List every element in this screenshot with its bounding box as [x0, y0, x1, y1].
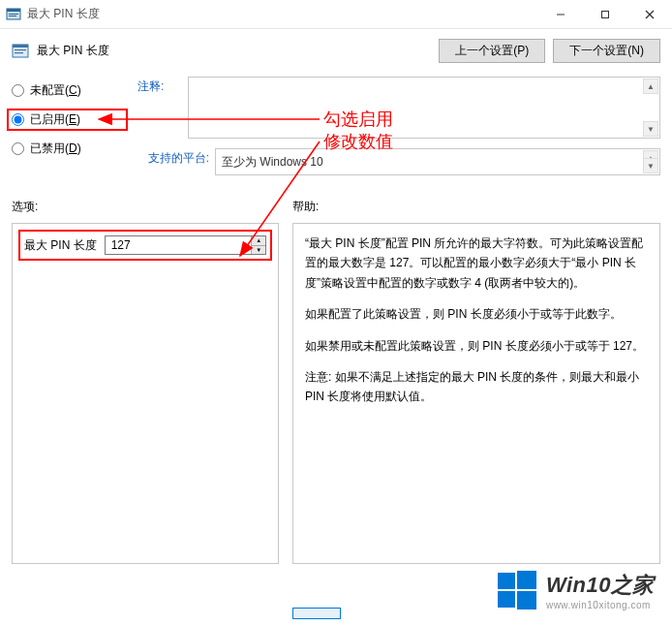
maximize-button[interactable] [583, 0, 627, 28]
spinner-up-icon[interactable]: ▲ [252, 236, 265, 246]
help-paragraph: 注意: 如果不满足上述指定的最大 PIN 长度的条件，则最大和最小 PIN 长度… [305, 367, 648, 407]
svg-rect-16 [517, 571, 536, 589]
options-panel: 最大 PIN 长度 ▲ ▼ [12, 223, 279, 564]
help-panel: “最大 PIN 长度”配置 PIN 所允许的最大字符数。可为此策略设置配置的最大… [292, 223, 660, 564]
svg-rect-5 [602, 11, 609, 17]
titlebar: 最大 PIN 长度 [0, 0, 672, 29]
close-button[interactable] [627, 0, 672, 28]
watermark-title: Win10之家 [546, 571, 655, 600]
radio-enabled-input[interactable] [12, 113, 24, 126]
radio-not-configured-input[interactable] [12, 84, 24, 97]
policy-title: 最大 PIN 长度 [37, 43, 439, 59]
svg-rect-2 [9, 14, 18, 15]
svg-rect-18 [517, 591, 536, 609]
svg-rect-3 [9, 16, 16, 16]
svg-rect-17 [498, 591, 515, 608]
max-pin-length-label: 最大 PIN 长度 [24, 237, 97, 254]
svg-rect-1 [7, 9, 20, 12]
help-paragraph: 如果配置了此策略设置，则 PIN 长度必须小于或等于此数字。 [305, 304, 648, 324]
max-pin-length-spinner[interactable]: ▲ ▼ [105, 235, 266, 255]
spinner-down-icon[interactable]: ▼ [252, 246, 265, 255]
policy-icon [12, 43, 29, 60]
previous-setting-button[interactable]: 上一个设置(P) [439, 39, 545, 63]
help-label: 帮助: [292, 199, 319, 215]
scroll-down-icon[interactable]: ▼ [643, 158, 658, 173]
annotation-highlight-enabled: 已启用(E) [7, 109, 128, 131]
svg-rect-10 [15, 49, 26, 50]
app-icon [6, 7, 21, 22]
state-radio-group: 未配置(C) 已启用(E) 已禁用(D) [12, 77, 128, 157]
platform-value: 至少为 Windows 10 [222, 154, 323, 171]
window-title: 最大 PIN 长度 [27, 6, 538, 22]
scroll-down-icon[interactable]: ▼ [643, 121, 658, 137]
options-label: 选项: [12, 199, 292, 215]
radio-not-configured[interactable]: 未配置(C) [12, 82, 128, 99]
radio-enabled[interactable]: 已启用(E) [12, 111, 123, 128]
next-setting-button[interactable]: 下一个设置(N) [553, 39, 660, 63]
max-pin-length-input[interactable] [106, 236, 252, 254]
comment-textarea[interactable]: ▲ ▼ [188, 77, 660, 139]
help-paragraph: 如果禁用或未配置此策略设置，则 PIN 长度必须小于或等于 127。 [305, 336, 648, 356]
windows-logo-icon [496, 569, 538, 611]
svg-rect-11 [15, 52, 23, 53]
minimize-button[interactable] [538, 0, 583, 28]
window-controls [538, 0, 672, 28]
watermark-subtitle: www.win10xitong.com [546, 600, 655, 610]
platform-label: 支持的平台: [137, 148, 209, 167]
help-paragraph: “最大 PIN 长度”配置 PIN 所允许的最大字符数。可为此策略设置配置的最大… [305, 234, 648, 293]
svg-rect-9 [13, 45, 28, 47]
radio-disabled[interactable]: 已禁用(D) [12, 141, 128, 157]
radio-disabled-input[interactable] [12, 142, 24, 155]
annotation-highlight-spinner: 最大 PIN 长度 ▲ ▼ [18, 230, 272, 261]
comment-label: 注释: [137, 77, 182, 95]
scroll-up-icon[interactable]: ▲ [643, 78, 658, 94]
watermark: Win10之家 www.win10xitong.com [496, 569, 655, 611]
header-row: 最大 PIN 长度 上一个设置(P) 下一个设置(N) [12, 39, 660, 63]
dialog-button-partial[interactable] [292, 608, 341, 619]
platform-box: 至少为 Windows 10 ▲ ▼ [215, 148, 660, 175]
svg-rect-15 [498, 573, 515, 589]
